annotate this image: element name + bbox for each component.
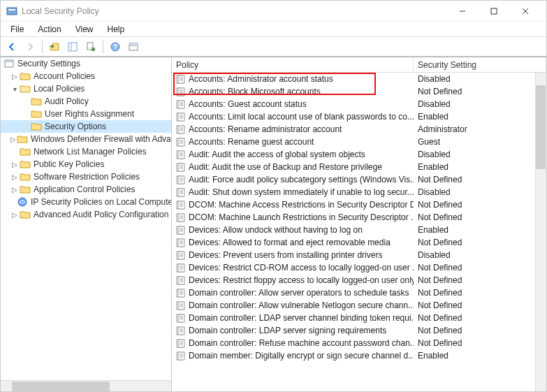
policy-icon — [176, 313, 186, 323]
scrollbar-thumb[interactable] — [12, 382, 110, 391]
policy-row[interactable]: Devices: Allowed to format and eject rem… — [172, 236, 546, 249]
policy-row[interactable]: Domain controller: LDAP server signing r… — [172, 324, 546, 337]
folder-icon — [31, 96, 42, 107]
tree-firewall[interactable]: ▷ Windows Defender Firewall with Advance… — [1, 133, 171, 145]
policy-icon — [176, 326, 186, 335]
policy-name-cell: Accounts: Administrator account status — [172, 74, 414, 84]
policy-name-cell: DCOM: Machine Launch Restrictions in Sec… — [172, 212, 414, 222]
policy-row[interactable]: Devices: Restrict CD-ROM access to local… — [172, 261, 546, 274]
show-hide-tree-button[interactable] — [64, 39, 81, 55]
list-vertical-scrollbar[interactable] — [535, 73, 546, 391]
folder-icon — [31, 108, 42, 119]
menu-action[interactable]: Action — [31, 23, 68, 36]
policy-row[interactable]: Accounts: Administrator account statusDi… — [172, 73, 546, 85]
policy-row[interactable]: Audit: Shut down system immediately if u… — [172, 186, 546, 198]
tree-audit-policy[interactable]: ▷ Audit Policy — [1, 95, 171, 108]
tree-advanced-audit[interactable]: ▷ Advanced Audit Policy Configuration — [1, 208, 171, 221]
tree-local-policies[interactable]: ▾ Local Policies — [1, 82, 171, 95]
policy-name-cell: Audit: Shut down system immediately if u… — [172, 187, 414, 197]
security-settings-icon — [3, 58, 15, 69]
policy-row[interactable]: Domain controller: Allow server operator… — [172, 286, 546, 299]
column-header-setting[interactable]: Security Setting — [414, 57, 546, 72]
policy-icon — [176, 300, 186, 310]
tree-account-policies[interactable]: ▷ Account Policies — [1, 70, 171, 82]
policy-name-cell: Devices: Restrict floppy access to local… — [172, 275, 414, 285]
svg-rect-3 — [491, 8, 497, 14]
policy-row[interactable]: Domain controller: Allow vulnerable Netl… — [172, 299, 546, 312]
tree-label: IP Security Policies on Local Computer — [31, 197, 171, 207]
policy-name-cell: Devices: Prevent users from installing p… — [172, 250, 414, 260]
policy-row[interactable]: Audit: Audit the use of Backup and Resto… — [172, 161, 546, 173]
svg-rect-0 — [7, 8, 17, 15]
column-header-policy[interactable]: Policy — [172, 57, 414, 72]
policy-row[interactable]: Accounts: Limit local account use of bla… — [172, 110, 546, 123]
back-button[interactable] — [3, 39, 20, 55]
policy-row[interactable]: Audit: Audit the access of global system… — [172, 148, 546, 161]
tree-app-control[interactable]: ▷ Application Control Policies — [1, 183, 171, 196]
forward-button[interactable] — [22, 39, 38, 55]
policy-name: Accounts: Guest account status — [189, 99, 307, 109]
policy-name: Domain controller: Allow vulnerable Netl… — [189, 300, 414, 310]
policy-name: Domain controller: LDAP server channel b… — [189, 313, 414, 323]
tree-network-list[interactable]: ▷ Network List Manager Policies — [1, 145, 171, 158]
chevron-right-icon[interactable]: ▷ — [10, 160, 19, 168]
chevron-right-icon[interactable]: ▷ — [10, 173, 19, 181]
policy-row[interactable]: DCOM: Machine Launch Restrictions in Sec… — [172, 211, 546, 224]
policy-row[interactable]: Domain controller: Refuse machine accoun… — [172, 337, 546, 349]
tree-software-restriction[interactable]: ▷ Software Restriction Policies — [1, 170, 171, 183]
menu-view[interactable]: View — [68, 23, 101, 36]
chevron-right-icon[interactable]: ▷ — [10, 135, 16, 143]
tree-public-key[interactable]: ▷ Public Key Policies — [1, 158, 171, 170]
tree-ip-security[interactable]: ▷ IP Security Policies on Local Computer — [1, 196, 171, 208]
policy-icon — [176, 137, 186, 147]
maximize-button[interactable] — [478, 1, 509, 22]
chevron-right-icon[interactable]: ▷ — [10, 210, 19, 219]
scrollbar-thumb[interactable] — [536, 85, 546, 169]
policy-name-cell: Accounts: Guest account status — [172, 99, 414, 109]
policy-row[interactable]: Audit: Force audit policy subcategory se… — [172, 173, 546, 186]
tree-root[interactable]: Security Settings — [1, 57, 171, 70]
chevron-right-icon[interactable]: ▷ — [10, 185, 19, 194]
policy-name-cell: DCOM: Machine Access Restrictions in Sec… — [172, 200, 414, 210]
policy-icon — [176, 112, 186, 122]
policy-row[interactable]: Devices: Prevent users from installing p… — [172, 249, 546, 261]
policy-row[interactable]: Domain controller: LDAP server channel b… — [172, 312, 546, 324]
app-icon — [6, 6, 17, 17]
help-button[interactable]: ? — [107, 39, 124, 55]
policy-name-cell: Domain controller: LDAP server signing r… — [172, 326, 414, 335]
tree-user-rights[interactable]: ▷ User Rights Assignment — [1, 108, 171, 120]
folder-icon — [20, 159, 31, 170]
policy-row[interactable]: Devices: Restrict floppy access to local… — [172, 274, 546, 286]
menu-help[interactable]: Help — [101, 23, 132, 36]
policy-value: Not Defined — [414, 175, 546, 184]
policy-name: Domain controller: LDAP server signing r… — [189, 326, 386, 335]
properties-button[interactable] — [125, 39, 142, 55]
tree-horizontal-scrollbar[interactable] — [1, 380, 171, 391]
policy-row[interactable]: Accounts: Block Microsoft accountsNot De… — [172, 85, 546, 98]
chevron-right-icon[interactable]: ▷ — [10, 72, 19, 80]
tree-security-options[interactable]: ▷ Security Options — [1, 120, 171, 133]
list-body: Accounts: Administrator account statusDi… — [172, 73, 546, 391]
policy-row[interactable]: Devices: Allow undock without having to … — [172, 224, 546, 236]
policy-value: Disabled — [414, 99, 546, 109]
policy-row[interactable]: Accounts: Rename guest accountGuest — [172, 136, 546, 148]
chevron-down-icon[interactable]: ▾ — [10, 85, 19, 93]
minimize-button[interactable] — [446, 1, 478, 22]
policy-row[interactable]: Accounts: Guest account statusDisabled — [172, 98, 546, 110]
up-button[interactable] — [46, 39, 63, 55]
content-area: Security Settings ▷ Account Policies ▾ L… — [1, 57, 546, 391]
tree-label: Advanced Audit Policy Configuration — [34, 210, 168, 219]
menu-file[interactable]: File — [3, 23, 31, 36]
close-button[interactable] — [509, 1, 541, 22]
policy-row[interactable]: DCOM: Machine Access Restrictions in Sec… — [172, 198, 546, 211]
policy-name: Audit: Force audit policy subcategory se… — [189, 175, 414, 184]
policy-icon — [176, 175, 186, 184]
policy-row[interactable]: Accounts: Rename administrator accountAd… — [172, 123, 546, 136]
policy-name-cell: Devices: Allow undock without having to … — [172, 225, 414, 235]
export-list-button[interactable] — [82, 39, 99, 55]
policy-name-cell: Devices: Allowed to format and eject rem… — [172, 238, 414, 247]
policy-row[interactable]: Domain member: Digitally encrypt or sign… — [172, 349, 546, 362]
policy-name: Devices: Allow undock without having to … — [189, 225, 363, 235]
policy-value: Enabled — [414, 225, 546, 235]
policy-value: Not Defined — [414, 326, 546, 335]
